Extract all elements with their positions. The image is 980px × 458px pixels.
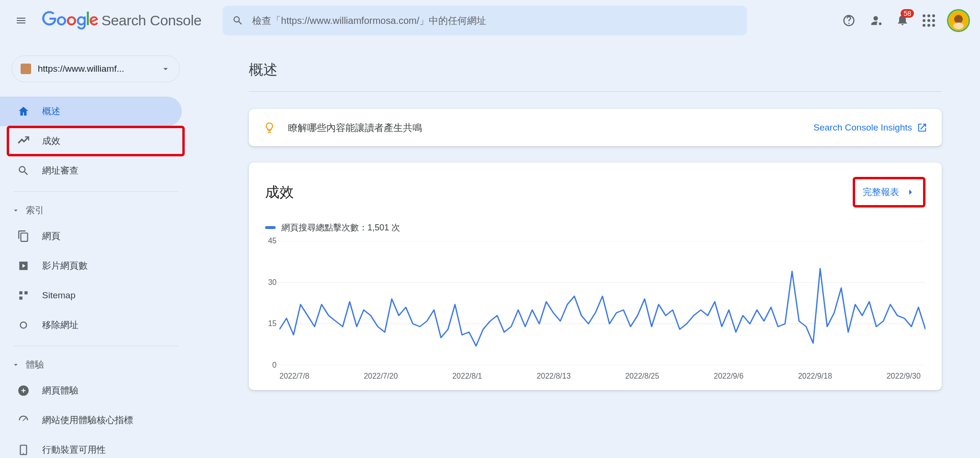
full-report-label: 完整報表: [863, 186, 899, 198]
pageexp-icon: [17, 384, 30, 397]
sidebar-item-label: 行動裝置可用性: [42, 444, 106, 456]
sidebar-section-experience[interactable]: 體驗: [0, 352, 191, 376]
header: Search Console 檢查「https://www.williamfor…: [0, 0, 980, 41]
performance-card: 成效 完整報表 網頁搜尋總點擊次數：1,501 次 0153045 2022/7…: [249, 163, 942, 390]
performance-title: 成效: [265, 183, 294, 202]
property-label: https://www.williamf...: [38, 64, 154, 74]
sidebar-item-sitemap[interactable]: Sitemap: [0, 281, 182, 310]
sidebar-item-cwv[interactable]: 網站使用體驗核心指標: [0, 405, 182, 435]
open-external-icon: [917, 122, 927, 133]
property-favicon: [21, 64, 31, 74]
x-tick: 2022/7/20: [364, 372, 398, 381]
pages-icon: [17, 230, 30, 242]
x-tick: 2022/8/25: [625, 372, 659, 381]
sidebar-item-label: 網頁: [42, 230, 60, 242]
url-inspect-searchbar[interactable]: 檢查「https://www.williamformosa.com/」中的任何網…: [223, 6, 747, 35]
svg-point-2: [953, 22, 964, 29]
sidebar-item-search[interactable]: 網址審查: [0, 156, 182, 185]
chevron-down-icon: [11, 360, 20, 369]
trend-icon: [17, 135, 30, 147]
section-label: 索引: [26, 204, 44, 217]
sidebar-item-label: 移除網址: [42, 319, 78, 331]
menu-icon[interactable]: [11, 11, 31, 30]
search-placeholder: 檢查「https://www.williamformosa.com/」中的任何網…: [252, 14, 486, 27]
sidebar-item-label: 影片網頁數: [42, 260, 88, 272]
avatar[interactable]: [948, 11, 969, 31]
sidebar-item-label: 網站使用體驗核心指標: [42, 414, 133, 426]
mobile-icon: [17, 444, 30, 456]
performance-chart: 0153045: [279, 241, 925, 365]
insights-card: 瞭解哪些內容能讓讀者產生共鳴 Search Console Insights: [249, 109, 942, 146]
svg-point-1: [954, 15, 963, 23]
x-tick: 2022/9/6: [714, 372, 744, 381]
insights-link[interactable]: Search Console Insights: [813, 122, 927, 133]
y-tick: 15: [268, 319, 277, 328]
search-icon: [232, 15, 244, 26]
x-tick: 2022/9/18: [798, 372, 832, 381]
sidebar-item-label: 網址審查: [42, 164, 78, 177]
chart-legend: 網頁搜尋總點擊次數：1,501 次: [265, 222, 925, 233]
lightbulb-icon: [263, 121, 276, 134]
x-tick: 2022/8/13: [536, 372, 570, 381]
people-settings-icon[interactable]: [869, 14, 882, 27]
logo-text: Search Console: [101, 12, 201, 29]
divider: [249, 91, 942, 92]
full-report-button[interactable]: 完整報表: [853, 177, 925, 207]
sidebar-item-pages[interactable]: 網頁: [0, 221, 182, 251]
x-tick: 2022/9/30: [887, 372, 921, 381]
x-tick: 2022/7/8: [279, 372, 309, 381]
page-title: 概述: [249, 41, 942, 91]
google-logo-icon: [42, 11, 99, 30]
chevron-down-icon: [11, 206, 20, 215]
sidebar-item-video[interactable]: 影片網頁數: [0, 251, 182, 281]
y-tick: 0: [272, 361, 277, 370]
search-icon: [17, 164, 30, 177]
sidebar-item-pageexp[interactable]: 網頁體驗: [0, 376, 182, 405]
chart-x-ticks: 2022/7/82022/7/202022/8/12022/8/132022/8…: [279, 372, 925, 381]
logo[interactable]: Search Console: [42, 11, 201, 30]
chevron-right-icon: [905, 187, 915, 197]
x-tick: 2022/8/1: [452, 372, 482, 381]
cwv-icon: [17, 414, 30, 426]
header-icons: 58: [842, 11, 969, 31]
home-icon: [17, 105, 30, 118]
apps-icon[interactable]: [923, 14, 935, 27]
insights-link-label: Search Console Insights: [813, 122, 912, 133]
sidebar-item-label: 成效: [42, 135, 60, 147]
property-selector[interactable]: https://www.williamf...: [11, 55, 180, 82]
help-icon[interactable]: [842, 14, 856, 27]
notifications-badge: 58: [901, 9, 914, 18]
main-content: 概述 瞭解哪些內容能讓讀者產生共鳴 Search Console Insight…: [191, 41, 980, 458]
legend-swatch: [265, 226, 276, 229]
sidebar-item-label: 網頁體驗: [42, 384, 78, 397]
sidebar-item-label: 概述: [42, 105, 60, 118]
sidebar-item-mobile[interactable]: 行動裝置可用性: [0, 435, 182, 458]
section-label: 體驗: [26, 359, 44, 371]
sidebar-item-trend[interactable]: 成效: [0, 126, 182, 156]
sidebar-item-remove[interactable]: 移除網址: [0, 310, 182, 340]
sidebar-section-index[interactable]: 索引: [0, 197, 191, 221]
legend-label: 網頁搜尋總點擊次數：1,501 次: [281, 222, 400, 233]
y-tick: 45: [268, 237, 277, 245]
insights-text: 瞭解哪些內容能讓讀者產生共鳴: [288, 121, 422, 134]
y-tick: 30: [268, 278, 277, 287]
notifications-button[interactable]: 58: [896, 13, 909, 28]
video-icon: [17, 260, 30, 272]
sitemap-icon: [17, 289, 30, 302]
remove-icon: [17, 319, 30, 331]
chevron-down-icon: [160, 64, 171, 74]
sidebar-item-home[interactable]: 概述: [0, 97, 182, 126]
sidebar: https://www.williamf... 概述成效網址審查 索引 網頁影片…: [0, 41, 191, 458]
sidebar-item-label: Sitemap: [42, 290, 76, 301]
